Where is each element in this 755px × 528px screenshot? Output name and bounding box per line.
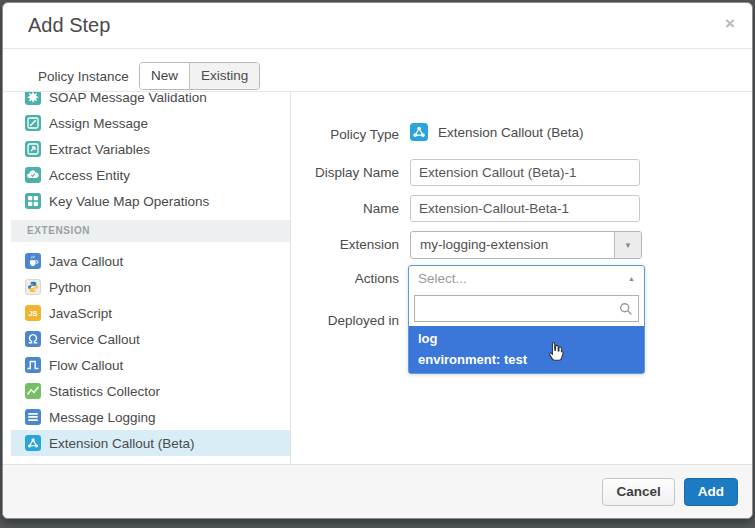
extension-select[interactable]: my-logging-extension ▼ [410,231,642,259]
form-panel: Policy Type Extension Callout (Beta) Dis… [291,92,752,464]
sidebar-item-access-entity[interactable]: Access Entity [11,162,290,188]
policy-type-label: Policy Type [291,125,399,145]
sidebar-item-label: Assign Message [49,116,148,131]
toggle-existing-button[interactable]: Existing [189,63,259,89]
python-icon [25,279,41,295]
sidebar-item-label: Key Value Map Operations [49,194,209,209]
sidebar-item-label: Python [49,280,91,295]
add-button[interactable]: Add [684,478,738,506]
sidebar-item-label: Java Callout [49,254,123,269]
sidebar-item-soap-message-validation[interactable]: SOAP Message Validation [11,92,290,110]
deployed-in-label: Deployed in [291,311,399,331]
actions-option-list: logenvironment: test [409,326,644,373]
sidebar-item-service-callout[interactable]: Service Callout [11,326,290,352]
add-step-modal: Add Step × Policy Instance New Existing … [2,2,753,519]
sidebar-item-assign-message[interactable]: Assign Message [11,110,290,136]
actions-label: Actions [291,269,399,289]
actions-dropdown: Select... ▲ logenvironment: test [408,265,645,374]
extension-callout-icon [25,435,41,451]
sidebar-item-label: JavaScript [49,306,112,321]
actions-option-environment-test[interactable]: environment: test [409,349,644,373]
sidebar-item-label: Message Logging [49,410,156,425]
sidebar-item-java-callout[interactable]: Java Callout [11,248,290,274]
actions-search-input[interactable] [414,295,639,322]
policy-type-value: Extension Callout (Beta) [410,123,584,141]
sidebar-item-statistics-collector[interactable]: Statistics Collector [11,378,290,404]
modal-title: Add Step [28,3,110,48]
sidebar-item-key-value-map-operations[interactable]: Key Value Map Operations [11,188,290,214]
message-logging-icon [25,409,41,425]
extract-variables-icon [25,141,41,157]
modal-footer: Cancel Add [3,464,752,518]
sidebar-item-label: SOAP Message Validation [49,92,207,105]
chevron-down-icon[interactable]: ▼ [614,232,641,258]
javascript-icon: JS [25,305,41,321]
chevron-up-icon: ▲ [628,266,635,292]
sidebar-item-label: Statistics Collector [49,384,160,399]
flow-callout-icon [25,357,41,373]
policy-type-text: Extension Callout (Beta) [438,125,584,140]
search-icon [619,302,633,320]
display-name-input[interactable] [410,159,640,186]
sidebar-item-javascript[interactable]: JSJavaScript [11,300,290,326]
name-input[interactable] [410,195,640,222]
sidebar-item-label: Service Callout [49,332,140,347]
actions-select[interactable]: Select... ▲ [409,266,644,292]
modal-header: Add Step × [3,3,752,49]
cancel-button[interactable]: Cancel [602,478,674,506]
assign-message-icon [25,115,41,131]
policy-instance-toggle: New Existing [139,62,260,90]
soap-message-validation-icon [25,92,41,105]
service-callout-icon [25,331,41,347]
sidebar-item-extension-callout-beta[interactable]: Extension Callout (Beta) [11,430,290,456]
modal-content: SOAP Message ValidationAssign MessageExt… [3,91,752,464]
sidebar-item-label: Extension Callout (Beta) [49,436,195,451]
toggle-new-button[interactable]: New [140,63,189,89]
close-icon[interactable]: × [725,15,735,32]
extension-label: Extension [291,235,399,255]
sidebar-section-header: EXTENSION [11,220,290,242]
sidebar-item-flow-callout[interactable]: Flow Callout [11,352,290,378]
extension-select-value: my-logging-extension [420,232,548,258]
access-entity-icon [25,167,41,183]
sidebar-item-message-logging[interactable]: Message Logging [11,404,290,430]
display-name-label: Display Name [291,163,399,183]
sidebar-item-label: Flow Callout [49,358,123,373]
sidebar-item-python[interactable]: Python [11,274,290,300]
statistics-collector-icon [25,383,41,399]
sidebar-item-extract-variables[interactable]: Extract Variables [11,136,290,162]
java-callout-icon [25,253,41,269]
sidebar-item-label: Extract Variables [49,142,150,157]
name-label: Name [291,199,399,219]
policy-list: SOAP Message ValidationAssign MessageExt… [11,92,290,464]
actions-option-log[interactable]: log [409,326,644,349]
actions-placeholder: Select... [418,266,467,292]
extension-callout-icon [410,123,428,141]
key-value-map-operations-icon [25,193,41,209]
sidebar-item-label: Access Entity [49,168,130,183]
policy-instance-label: Policy Instance [38,64,129,90]
